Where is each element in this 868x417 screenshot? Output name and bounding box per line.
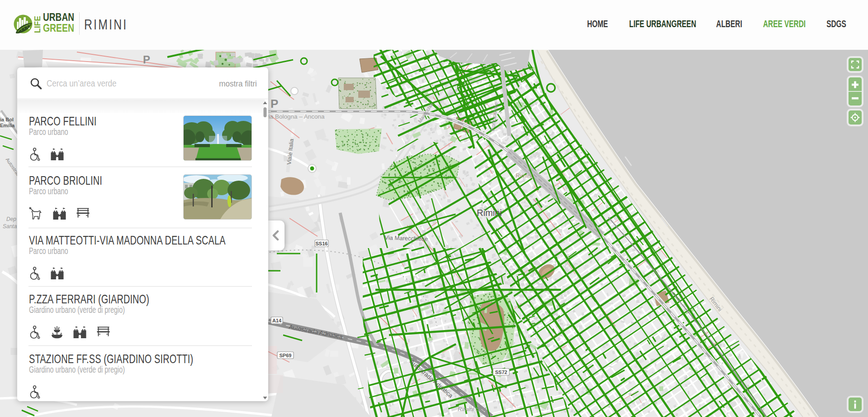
svg-text:Santa: Santa [3, 223, 17, 230]
svg-text:LIFE: LIFE [33, 16, 42, 33]
svg-text:Emilia: Emilia [0, 123, 15, 128]
svg-text:GREEN: GREEN [43, 22, 74, 34]
svg-text:P: P [143, 53, 150, 66]
svg-text:Rimini Sud: Rimini Sud [458, 406, 487, 412]
svg-text:Rimini: Rimini [516, 172, 532, 179]
svg-text:SS16: SS16 [316, 241, 328, 246]
svg-text:P: P [270, 97, 278, 110]
svg-text:Dep: Dep [6, 216, 16, 222]
svg-text:A14: A14 [272, 318, 282, 323]
svg-text:Rimini: Rimini [477, 208, 502, 218]
svg-text:SP69: SP69 [280, 353, 292, 358]
svg-text:SS72: SS72 [495, 369, 508, 375]
svg-text:ia Bol: ia Bol [0, 117, 14, 122]
